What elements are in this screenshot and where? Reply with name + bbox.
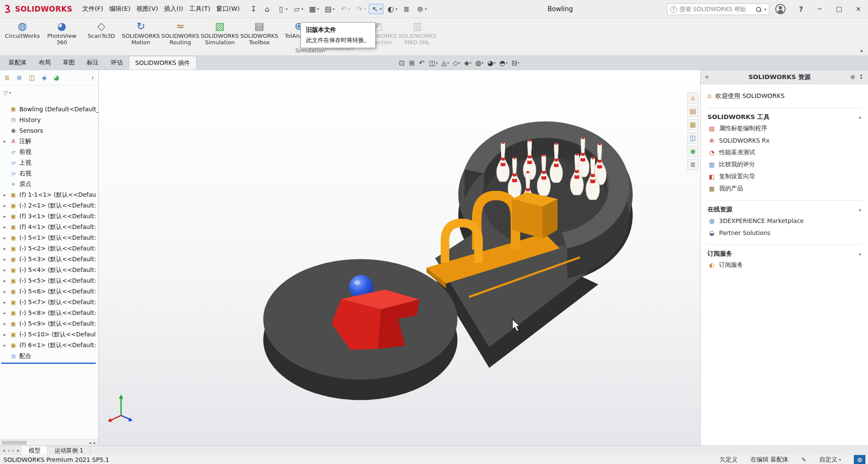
chevron-down-icon[interactable]: ▾ xyxy=(364,7,366,11)
section-header[interactable]: 在线资源 ▴ xyxy=(707,204,861,215)
print-icon[interactable]: ▤ ▾ xyxy=(322,4,337,14)
propertymanager-tab-icon[interactable]: ⊛ xyxy=(17,74,22,82)
minimize-button[interactable]: ─ xyxy=(810,0,829,18)
custom-properties-tab-icon[interactable]: ≣ xyxy=(687,159,698,170)
tree-item[interactable]: ▱ 上视 xyxy=(0,157,98,168)
tree-item[interactable]: ▸ ▣ (f) 4<1> (默认<<Default: xyxy=(0,222,98,232)
chevron-down-icon[interactable]: ▾ xyxy=(425,7,427,11)
featuremanager-tab-icon[interactable]: ≣ xyxy=(4,74,10,82)
view-orientation-icon[interactable]: ◇▾ xyxy=(452,58,461,68)
welcome-link[interactable]: ⌂ 欢迎使用 SOLIDWORKS xyxy=(707,89,861,102)
expand-arrow-icon[interactable]: ▸ xyxy=(2,332,7,337)
section-view-icon[interactable]: ◫▾ xyxy=(428,58,439,68)
chevron-down-icon[interactable]: ▾ xyxy=(9,91,11,95)
command-tab[interactable]: 草图 xyxy=(57,56,81,70)
filter-funnel-icon[interactable]: ▽ xyxy=(3,90,8,96)
chevron-down-icon[interactable]: ▾ xyxy=(285,7,288,11)
ribbon-addin-button[interactable]: ≈ SOLIDWORKS Routing xyxy=(161,20,200,46)
expand-arrow-icon[interactable]: ▸ xyxy=(2,278,7,283)
tree-item[interactable]: ▸ ▣ (-) 5<2> (默认<<Default: xyxy=(0,243,98,254)
expand-tabs-icon[interactable]: › xyxy=(91,74,94,82)
task-pane-link[interactable]: ◐ 订阅服务 xyxy=(707,259,861,271)
tab-scroll-button[interactable]: › xyxy=(12,448,14,454)
task-pane-link[interactable]: ▤ 属性标签编制程序 xyxy=(707,122,861,134)
expand-arrow-icon[interactable]: ▸ xyxy=(2,300,7,305)
edit-appearance-icon[interactable]: ◕▾ xyxy=(486,58,497,68)
expand-arrow-icon[interactable]: ▸ xyxy=(2,311,7,315)
menu-item[interactable]: 编辑(E) xyxy=(106,3,133,15)
expand-arrow-icon[interactable]: ▸ xyxy=(2,225,7,229)
task-pane-link[interactable]: ▦ 我的产品 xyxy=(707,183,861,195)
tab-scroll-button[interactable]: » xyxy=(16,448,19,454)
tree-item[interactable]: ◉ Sensors xyxy=(0,125,98,136)
tree-item[interactable]: ▸ A 注解 xyxy=(0,136,98,147)
task-pane-link[interactable]: ◔ 性能基准测试 xyxy=(707,147,861,159)
user-avatar-icon[interactable] xyxy=(775,4,786,14)
expand-arrow-icon[interactable]: ▸ xyxy=(2,203,7,208)
maximize-button[interactable]: □ xyxy=(829,0,849,18)
tree-item[interactable]: ▸ ▣ (-) 5<4> (默认<<Default: xyxy=(0,265,98,275)
scroll-right-icon[interactable]: ▸ xyxy=(94,440,96,445)
menu-item[interactable]: 文件(F) xyxy=(79,3,106,15)
search-input[interactable]: ? 搜索 SOLIDWORKS 帮助 ▾ xyxy=(667,3,769,15)
close-button[interactable]: × xyxy=(849,0,868,18)
task-list-icon[interactable]: ≣ xyxy=(400,4,413,14)
chevron-up-icon[interactable]: ▴ xyxy=(859,114,861,120)
task-pane-link[interactable]: ⊕ SOLIDWORKS Rx xyxy=(707,134,861,147)
menu-item[interactable]: 工具(T) xyxy=(186,3,213,15)
chevron-down-icon[interactable]: ▾ xyxy=(333,7,335,11)
undo-icon[interactable]: ↶ ▾ xyxy=(337,4,352,14)
menu-item[interactable]: 插入(I) xyxy=(161,3,186,15)
displaymanager-tab-icon[interactable]: ◕ xyxy=(54,74,59,82)
chevron-down-icon[interactable]: ▾ xyxy=(380,7,382,11)
new-file-icon[interactable]: ▯ ▾ xyxy=(274,4,289,14)
tree-item[interactable]: ▱ 右视 xyxy=(0,168,98,179)
expand-arrow-icon[interactable]: ▸ xyxy=(2,235,7,240)
tree-item[interactable]: ▸ ▣ (f) 1-1<1> (默认<<Defau xyxy=(0,189,98,200)
scroll-left-icon[interactable]: ◂ xyxy=(89,440,91,445)
collapse-panel-icon[interactable]: « xyxy=(705,73,709,81)
task-pane-link[interactable]: ◍ 3DEXPERIENCE Marketplace xyxy=(707,215,861,227)
command-tab[interactable]: 布局 xyxy=(33,56,57,70)
expand-arrow-icon[interactable]: ▸ xyxy=(2,192,7,197)
open-file-icon[interactable]: ▱ ▾ xyxy=(290,4,305,14)
pin-icon[interactable]: ↧ xyxy=(859,73,864,80)
status-globe-icon[interactable]: ◍ xyxy=(854,455,865,464)
chevron-up-icon[interactable]: ▴ xyxy=(859,207,861,212)
hide-show-items-icon[interactable]: ◍▾ xyxy=(474,58,485,68)
tree-item[interactable]: ▸ ▣ (-) 5<10> (默认<<Defaul xyxy=(0,329,98,340)
tree-item[interactable]: ▱ 前视 xyxy=(0,147,98,157)
expand-arrow-icon[interactable]: ▸ xyxy=(2,257,7,262)
tree-item[interactable]: ▣ Bowling (Default<Default_D xyxy=(0,104,98,114)
study-tab[interactable]: 运动算例 1 xyxy=(48,446,91,455)
tree-item[interactable]: + 原点 xyxy=(0,179,98,189)
configurationmanager-tab-icon[interactable]: ◫ xyxy=(29,74,35,82)
command-tab[interactable]: SOLIDWORKS 插件 xyxy=(129,56,197,70)
tree-item[interactable]: ◎ 配合 xyxy=(0,351,98,361)
customize-menu[interactable]: 自定义 ▾ xyxy=(819,456,841,464)
tree-horizontal-scrollbar[interactable]: ◂ ▸ xyxy=(0,439,98,446)
chevron-down-icon[interactable]: ▾ xyxy=(764,7,766,12)
expand-arrow-icon[interactable]: ▸ xyxy=(2,321,7,326)
menu-item[interactable]: 视图(V) xyxy=(134,3,161,15)
appearances-tab-icon[interactable]: ◉ xyxy=(687,146,698,157)
expand-arrow-icon[interactable]: ▸ xyxy=(2,289,7,294)
gear-icon[interactable]: ⊛ xyxy=(850,73,856,80)
previous-view-icon[interactable]: ↶ xyxy=(418,58,426,68)
command-tab[interactable]: 评估 xyxy=(105,56,129,70)
home-icon[interactable]: ⌂ xyxy=(261,4,273,14)
file-explorer-tab-icon[interactable]: ▦ xyxy=(687,119,698,130)
tree-item[interactable]: ▸ ▣ (f) 3<1> (默认<<Default: xyxy=(0,211,98,222)
task-pane-link[interactable]: ◒ Partner Solutions xyxy=(707,227,861,239)
annotation-views-icon[interactable]: ◬▾ xyxy=(440,58,450,68)
tree-item[interactable]: ◷ History xyxy=(0,114,98,125)
chevron-up-icon[interactable]: ▴ xyxy=(859,251,861,256)
solidworks-resources-tab-icon[interactable]: ⌂ xyxy=(687,92,698,104)
tab-scroll-button[interactable]: ‹ xyxy=(8,448,10,454)
expand-arrow-icon[interactable]: ▸ xyxy=(2,268,7,272)
dimxpertmanager-tab-icon[interactable]: ◈ xyxy=(42,74,47,82)
sel ection-filter-icon[interactable]: ◐ ▾ xyxy=(384,4,399,14)
tree-item[interactable]: ▸ ▣ (-) 5<8> (默认<<Default: xyxy=(0,308,98,318)
zoom-fit-icon[interactable]: ⊡ xyxy=(398,58,406,68)
viewport[interactable]: ⌂ ▤ ▦ ◫ ◉ ≣ xyxy=(99,70,700,446)
